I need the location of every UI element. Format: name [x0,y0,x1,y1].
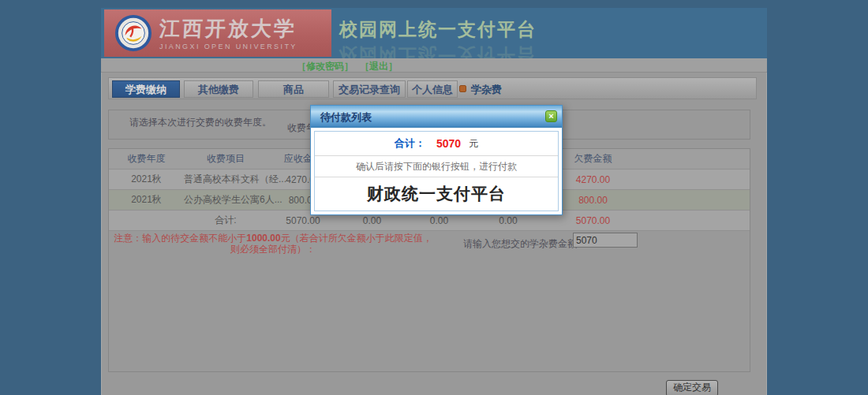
section-indicator-label: 学杂费 [471,83,502,97]
dialog-title-bar: 待付款列表 × [311,106,562,128]
notice-pre: 注意：输入的待交金额不能小于 [114,233,246,244]
amount-input[interactable] [573,233,638,248]
dialog-instruction: 确认后请按下面的银行按钮，进行付款 [315,155,558,177]
university-logo-icon [115,15,152,51]
dialog-body: 合计： 5070 元 确认后请按下面的银行按钮，进行付款 财政统一支付平台 [311,128,562,214]
payment-notice: 注意：输入的待交金额不能小于1000.00元（若合计所欠金额小于此限定值，则必须… [114,233,432,255]
top-link-bar: ［修改密码］ ［退出］ [101,58,767,73]
cell-year: 2021秋 [109,193,184,207]
section-bullet-icon [459,85,466,92]
confirm-transaction-button[interactable]: 确定交易 [666,380,718,395]
dialog-inner-panel: 合计： 5070 元 确认后请按下面的银行按钮，进行付款 财政统一支付平台 [314,131,559,211]
header: 江西开放大学 JIANGXI OPEN UNIVERSITY 校园网上统一支付平… [101,8,767,58]
tab-transaction-history[interactable]: 交易记录查询 [333,80,406,98]
dialog-total-label: 合计： [395,136,425,151]
col-header-year: 收费年度 [109,152,184,166]
change-password-link[interactable]: ［修改密码］ [297,60,354,73]
year-select-hint: 请选择本次进行交费的收费年度。 [129,116,271,129]
cell-year: 2021秋 [109,173,184,186]
pending-payment-dialog: 待付款列表 × 合计： 5070 元 确认后请按下面的银行按钮，进行付款 财政统… [310,105,563,215]
cell-item: 公办高校学生公寓6人... [184,193,268,207]
dialog-total-row: 合计： 5070 元 [315,132,558,155]
total-6: 0.00 [473,215,544,226]
dialog-title: 待付款列表 [320,110,372,125]
tab-strip: 学费缴纳 其他缴费 商品 交易记录查询 个人信息 学杂费 [108,77,757,99]
tab-goods[interactable]: 商品 [258,80,329,98]
tab-tuition-payment[interactable]: 学费缴纳 [112,80,180,98]
bank-payment-button[interactable]: 财政统一支付平台 [315,177,558,211]
total-due: 5070.00 [268,215,339,226]
university-names: 江西开放大学 JIANGXI OPEN UNIVERSITY [159,17,297,50]
amount-input-label: 请输入您想交的学杂费金额: [463,237,579,251]
logout-link[interactable]: ［退出］ [360,60,398,73]
total-4: 0.00 [339,215,406,226]
total-owed: 5070.00 [544,215,642,226]
tab-other-fees[interactable]: 其他缴费 [184,80,253,98]
dialog-total-value: 5070 [436,137,461,150]
cell-item: 普通高校本科文科（经... [184,173,268,186]
total-label: 合计: [184,214,268,227]
total-5: 0.00 [406,215,473,226]
dialog-total-unit: 元 [469,137,478,151]
notice-amount: 1000.00 [246,233,280,244]
platform-title: 校园网上统一支付平台 [339,17,537,42]
university-name-en: JIANGXI OPEN UNIVERSITY [159,43,297,50]
tab-personal-info[interactable]: 个人信息 [407,80,458,98]
university-name-cn: 江西开放大学 [159,17,297,40]
university-banner: 江西开放大学 JIANGXI OPEN UNIVERSITY [104,9,331,57]
col-header-item: 收费项目 [184,152,268,166]
close-icon[interactable]: × [545,110,557,122]
